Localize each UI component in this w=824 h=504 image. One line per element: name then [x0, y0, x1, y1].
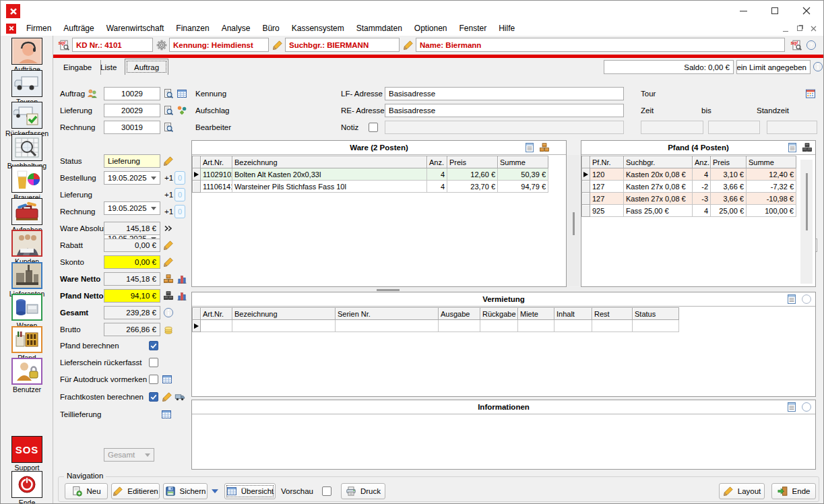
teillieferung-combo[interactable]: Gesamt [104, 448, 154, 462]
sidebar-item-kunden[interactable]: Kunden [1, 230, 53, 265]
horizontal-splitter[interactable] [191, 287, 816, 292]
notiz-checkbox[interactable] [369, 123, 378, 132]
pfand-berechnen-checkbox[interactable] [149, 341, 158, 350]
sidebar-item-benutzer[interactable]: Benutzer [1, 358, 53, 393]
lieferung-nr-field[interactable]: 20029 [104, 104, 160, 117]
sidebar-item-ende[interactable]: Ende [1, 471, 53, 504]
sidebar-item-brauerei[interactable]: Brauerei [1, 166, 53, 201]
customer-name-field[interactable]: Name: Biermann [416, 38, 785, 52]
sidebar-item-auftraege[interactable]: Aufträge [1, 38, 53, 73]
coins-icon[interactable] [163, 324, 174, 335]
pfand-row-3[interactable]: 127Kasten 27x 0,08 €-33,66 €-10,98 € [582, 193, 796, 205]
gesamt-info-icon[interactable] [163, 307, 174, 318]
vermietung-sphere-icon[interactable] [801, 294, 812, 305]
menu-kassensystem[interactable]: Kassensystem [286, 22, 350, 35]
lieferung-search-icon[interactable] [163, 105, 174, 116]
layout-button[interactable]: Layout [719, 483, 765, 499]
ware-chart-icon[interactable] [177, 274, 187, 284]
sql-query-icon-right[interactable] [790, 39, 802, 51]
sidebar-item-waren[interactable]: Waren [1, 294, 53, 329]
tour-calendar-icon[interactable] [805, 88, 816, 99]
lieferung-zero-button[interactable]: 0 [175, 188, 185, 201]
menu-warenwirtschaft[interactable]: Warenwirtschaft [100, 22, 170, 35]
rabatt-edit-pencil-icon[interactable] [163, 240, 174, 251]
druck-button[interactable]: Druck [341, 483, 385, 499]
pfand-row-2[interactable]: 127Kasten 27x 0,08 €-23,66 €-7,32 € [582, 181, 796, 193]
uebersicht-button[interactable]: Übersicht [224, 483, 276, 499]
informationen-notepad-icon[interactable] [786, 402, 797, 412]
status-field[interactable]: Lieferung [104, 154, 160, 168]
frachtkosten-checkbox[interactable] [149, 392, 158, 402]
pfand-row-1[interactable]: 120Kasten 20x 0,08 €43,10 €12,40 € [582, 168, 796, 181]
lieferung-status-dots-icon[interactable] [177, 105, 187, 116]
expand-chevrons-icon[interactable] [163, 223, 174, 234]
gear-icon[interactable] [156, 40, 167, 51]
rechnung-search-icon[interactable] [163, 122, 174, 133]
vermietung-empty-row[interactable] [193, 320, 679, 332]
status-edit-pencil-icon[interactable] [163, 156, 174, 166]
skonto-edit-pencil-icon[interactable] [163, 257, 174, 267]
sidebar-item-support[interactable]: SOS Support [1, 436, 53, 472]
bestellung-date-combo[interactable]: 19.05.2025 [104, 171, 160, 185]
editieren-button[interactable]: Editieren [111, 483, 160, 499]
sichern-dropdown-button[interactable] [209, 483, 221, 499]
pfand-right-splitter[interactable] [800, 160, 813, 284]
sidebar-item-pfand[interactable]: Pfand [1, 326, 53, 362]
bestellung-zero-button[interactable]: 0 [175, 171, 185, 185]
tab-auftrag[interactable]: Auftrag [125, 59, 168, 75]
customer-kennung-field[interactable]: Kennung: Heimdienst [169, 38, 269, 52]
ware-crates-icon-header[interactable] [539, 142, 550, 153]
sidebar-item-touren[interactable]: Touren [1, 70, 53, 106]
ware-row-2[interactable]: 11106141Warsteiner Pils Stichfass Fass 1… [193, 181, 548, 193]
auftrag-nr-field[interactable]: 10029 [104, 87, 160, 100]
menu-stammdaten[interactable]: Stammdaten [350, 22, 408, 35]
menu-finanzen[interactable]: Finanzen [170, 22, 215, 35]
menu-analyse[interactable]: Analyse [216, 22, 257, 35]
pfand-table[interactable]: Pf.Nr.Suchbgr.Anz.PreisSumme 120Kasten 2… [581, 156, 796, 217]
edit-kennung-pencil-icon[interactable] [272, 40, 283, 51]
lf-adresse-field[interactable]: Basisadresse [385, 87, 624, 100]
re-adresse-field[interactable]: Basisadresse [385, 104, 624, 117]
sidebar-item-buchhaltung[interactable]: Buchhaltung [1, 134, 53, 170]
tab-liste[interactable]: Liste [92, 60, 126, 75]
auftrag-search-icon[interactable] [163, 88, 174, 99]
vermietung-table[interactable]: Art.Nr.BezeichnungSerien Nr.AusgabeRückg… [192, 307, 679, 332]
menu-firmen[interactable]: Firmen [20, 22, 57, 35]
ware-row-1[interactable]: 11029102Bolten Alt Kasten 20x0,33l412,60… [193, 168, 548, 181]
customer-people-icon[interactable] [87, 88, 98, 99]
customer-suchbegriff-field[interactable]: Suchbgr.: BIERMANN [285, 38, 400, 52]
ware-table[interactable]: Art.Nr.BezeichnungAnz.PreisSumme 1102910… [192, 156, 548, 193]
teillieferung-table-icon[interactable] [161, 409, 172, 420]
menu-buero[interactable]: Büro [256, 22, 285, 35]
rechnung-nr-field[interactable]: 30019 [104, 121, 160, 134]
autodruck-checkbox[interactable] [149, 375, 158, 384]
pfand-crates-icon-header[interactable] [802, 142, 813, 153]
rechnung-zero-button[interactable]: 0 [175, 205, 185, 218]
menu-optionen[interactable]: Optionen [408, 22, 453, 35]
ware-crates-icon[interactable] [163, 274, 174, 284]
menu-hilfe[interactable]: Hilfe [493, 22, 521, 35]
window-minimize-button[interactable] [729, 1, 757, 20]
mdi-restore-button[interactable] [794, 24, 805, 34]
lieferung-date-combo[interactable]: 19.05.2025 [104, 201, 160, 215]
edit-suchbegriff-pencil-icon[interactable] [403, 40, 414, 51]
window-maximize-button[interactable] [761, 1, 789, 20]
ware-notepad-icon[interactable] [524, 142, 535, 153]
pfand-chart-icon[interactable] [177, 290, 187, 301]
sichern-button[interactable]: Sichern [163, 483, 208, 499]
pfand-crates-icon[interactable] [163, 290, 174, 301]
menu-auftraege[interactable]: Aufträge [57, 22, 100, 35]
ende-button[interactable]: Ende [771, 483, 816, 499]
autodruck-table-icon[interactable] [162, 374, 172, 385]
sidebar-item-lieferanten[interactable]: Lieferanten [1, 262, 53, 298]
pfand-notepad-icon[interactable] [787, 142, 798, 153]
mdi-close-button[interactable] [808, 24, 819, 34]
vermietung-notepad-icon[interactable] [786, 294, 797, 305]
sidebar-item-rueckerfassen[interactable]: Rückerfassen [1, 102, 53, 137]
lieferschein-rueckerfasst-checkbox[interactable] [149, 358, 158, 367]
menu-fenster[interactable]: Fenster [453, 22, 493, 35]
neu-button[interactable]: Neu [65, 483, 108, 499]
pfand-row-4[interactable]: 925Fass 25,00 €425,00 €100,00 € [582, 205, 796, 217]
mdi-minimize-button[interactable] [780, 24, 791, 34]
frachtkosten-edit-pencil-icon[interactable] [162, 391, 172, 402]
